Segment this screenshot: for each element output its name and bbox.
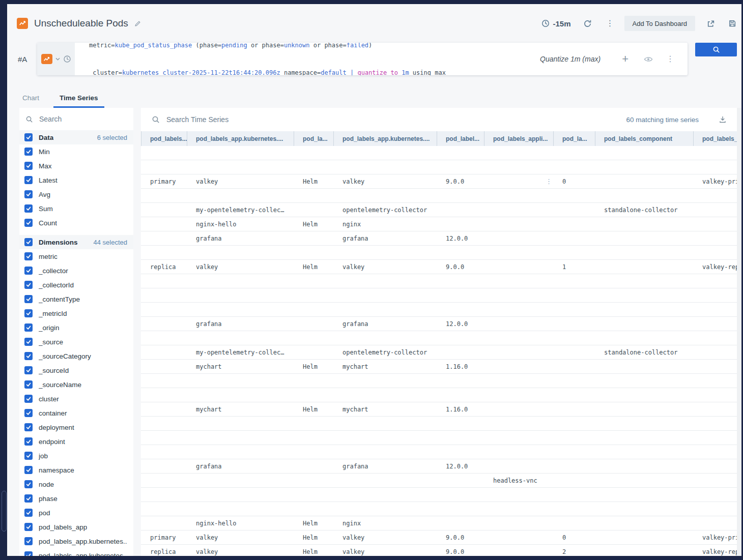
column-header-0[interactable]: pod_labels...: [141, 131, 187, 146]
table-row[interactable]: [141, 388, 737, 402]
checkbox-checked-icon[interactable]: [24, 281, 33, 289]
filter-item-phase[interactable]: phase: [19, 491, 133, 506]
table-row[interactable]: [141, 189, 737, 203]
table-row[interactable]: nginx-helloHelmnginx: [141, 217, 737, 231]
filter-item-min[interactable]: Min: [19, 144, 133, 159]
table-search-input[interactable]: [165, 115, 620, 124]
checkbox-checked-icon[interactable]: [24, 480, 33, 488]
checkbox-checked-icon[interactable]: [24, 466, 33, 474]
filter-item-deployment[interactable]: deployment: [19, 420, 133, 434]
time-range-selector[interactable]: -15m: [541, 19, 571, 28]
add-to-dashboard-button[interactable]: Add To Dashboard: [624, 16, 695, 31]
filter-item-metric[interactable]: metric: [19, 249, 133, 263]
checkbox-checked-icon[interactable]: [24, 437, 33, 446]
filter-item-node[interactable]: node: [19, 477, 133, 491]
query-type-selector[interactable]: [37, 43, 75, 75]
checkbox-checked-icon[interactable]: [24, 267, 33, 275]
column-header-1[interactable]: pod_labels_app.kubernetes....: [187, 131, 294, 146]
column-header-6[interactable]: pod_la...: [553, 131, 595, 146]
tab-chart[interactable]: Chart: [16, 90, 45, 108]
checkbox-checked-icon[interactable]: [24, 323, 33, 332]
checkbox-checked-icon[interactable]: [24, 366, 33, 374]
table-row[interactable]: replicavalkeyHelmvalkey9.0.01valkey-rep: [141, 260, 737, 274]
filter-item-namespace[interactable]: namespace: [19, 463, 133, 477]
checkbox-checked-icon[interactable]: [24, 148, 33, 156]
table-row[interactable]: my-opentelemetry-collec…opentelemetry-co…: [141, 203, 737, 217]
query-options-kebab-icon[interactable]: ⋮: [666, 55, 674, 63]
filter-item-metricid[interactable]: _metricId: [19, 306, 133, 320]
table-row[interactable]: grafanagrafana12.0.0: [141, 317, 737, 331]
save-icon[interactable]: [728, 19, 736, 27]
filter-item-pod[interactable]: pod: [19, 506, 133, 520]
table-row[interactable]: [141, 417, 737, 431]
tab-time-series[interactable]: Time Series: [53, 90, 104, 108]
table-row[interactable]: grafanagrafana12.0.0: [141, 231, 737, 246]
checkbox-checked-icon[interactable]: [24, 452, 33, 460]
table-row[interactable]: [141, 331, 737, 345]
column-header-3[interactable]: pod_labels_app.kubernetes....: [333, 131, 437, 146]
download-icon[interactable]: [719, 115, 727, 124]
filter-item-sourcename[interactable]: _sourceName: [19, 377, 133, 392]
checkbox-checked-icon[interactable]: [24, 219, 33, 227]
sidebar-search-input[interactable]: [38, 114, 132, 124]
filter-item-cluster[interactable]: cluster: [19, 392, 133, 406]
checkbox-checked-icon[interactable]: [24, 190, 33, 198]
checkbox-checked-icon[interactable]: [24, 395, 33, 403]
filter-item-latest[interactable]: Latest: [19, 173, 133, 187]
filter-item-pod-labels-app-kubernetes[interactable]: pod_labels_app.kubernetes....: [19, 548, 133, 556]
filter-item-pod-labels-app[interactable]: pod_labels_app: [19, 520, 133, 534]
share-export-icon[interactable]: [706, 19, 715, 28]
vertical-scrollbar-track[interactable]: [737, 108, 741, 556]
column-header-7[interactable]: pod_labels_component: [595, 131, 693, 146]
filter-item-collectorid[interactable]: _collectorId: [19, 278, 133, 292]
checkbox-checked-icon[interactable]: [24, 380, 33, 389]
table-row[interactable]: [141, 274, 737, 288]
column-header-2[interactable]: pod_la...: [294, 131, 333, 146]
table-row[interactable]: my-opentelemetry-collec…opentelemetry-co…: [141, 345, 737, 360]
checkbox-checked-icon[interactable]: [24, 295, 33, 303]
sidebar-search[interactable]: [19, 108, 133, 130]
filter-item-pod-labels-app-kubernetes[interactable]: pod_labels_app.kubernetes....: [19, 534, 133, 548]
filter-item-count[interactable]: Count: [19, 216, 133, 230]
filter-item-collector[interactable]: _collector: [19, 263, 133, 278]
table-row[interactable]: [141, 431, 737, 445]
filter-item-sum[interactable]: Sum: [19, 201, 133, 216]
edit-title-pencil-icon[interactable]: [134, 20, 141, 27]
add-query-plus-icon[interactable]: +: [622, 54, 628, 64]
checkbox-checked-icon[interactable]: [24, 551, 33, 556]
filter-group-data[interactable]: Data6 selected: [19, 130, 133, 144]
checkbox-checked-icon[interactable]: [24, 537, 33, 545]
column-header-5[interactable]: pod_labels_appli...: [484, 131, 553, 146]
checkbox-checked-icon[interactable]: [24, 238, 33, 246]
checkbox-checked-icon[interactable]: [24, 352, 33, 360]
table-row[interactable]: [141, 374, 737, 388]
filter-item-endpoint[interactable]: endpoint: [19, 434, 133, 449]
filter-item-job[interactable]: job: [19, 449, 133, 463]
toggle-visibility-eye-icon[interactable]: [644, 56, 653, 63]
filter-item-contenttype[interactable]: _contentType: [19, 292, 133, 306]
checkbox-checked-icon[interactable]: [24, 409, 33, 417]
more-options-kebab-icon[interactable]: ⋮: [606, 19, 614, 27]
checkbox-checked-icon[interactable]: [24, 494, 33, 503]
checkbox-checked-icon[interactable]: [24, 204, 33, 213]
table-row[interactable]: [141, 502, 737, 516]
table-row[interactable]: replicavalkeyHelmvalkey9.0.02valkey-rep: [141, 545, 737, 556]
table-row[interactable]: [141, 146, 737, 160]
column-header-8[interactable]: pod_labels_: [693, 131, 737, 146]
row-actions-kebab-icon[interactable]: ⋮: [546, 178, 552, 185]
table-row[interactable]: grafanagrafana12.0.0: [141, 459, 737, 474]
table-row[interactable]: headless-vnc: [141, 474, 737, 488]
filter-item-source[interactable]: _source: [19, 335, 133, 349]
table-row[interactable]: nginx-helloHelmnginx: [141, 516, 737, 530]
refresh-icon[interactable]: [583, 19, 592, 28]
table-row[interactable]: mychartHelmmychart1.16.0: [141, 360, 737, 374]
table-row[interactable]: mychartHelmmychart1.16.0: [141, 402, 737, 417]
table-row[interactable]: [141, 288, 737, 303]
filter-item-avg[interactable]: Avg: [19, 187, 133, 201]
history-clock-icon[interactable]: [63, 55, 71, 63]
query-input[interactable]: metric=kube_pod_status_phase (phase=pend…: [75, 43, 540, 75]
table-row[interactable]: [141, 488, 737, 502]
filter-item-max[interactable]: Max: [19, 159, 133, 173]
checkbox-checked-icon[interactable]: [24, 309, 33, 317]
filter-item-container[interactable]: container: [19, 406, 133, 420]
